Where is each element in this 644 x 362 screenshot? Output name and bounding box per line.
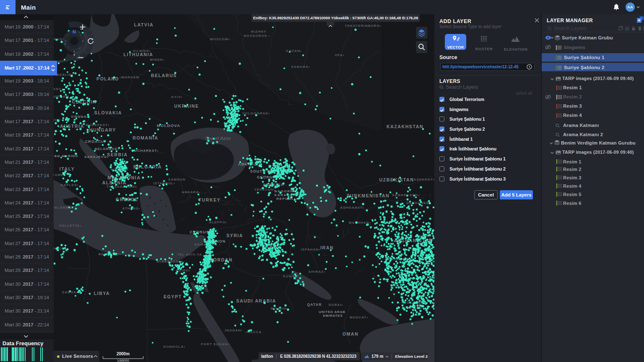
- svg-text:EMIRATES: EMIRATES: [323, 314, 343, 318]
- svg-text:MUSCAT•: MUSCAT•: [350, 315, 368, 319]
- svg-text:ALEPPO•: ALEPPO•: [209, 220, 227, 224]
- svg-text:MOSCOW•: MOSCOW•: [210, 37, 230, 41]
- svg-text:SA: SA: [54, 154, 60, 158]
- svg-text:QATAR: QATAR: [307, 303, 322, 307]
- svg-text:TEL AVIV-YA: TEL AVIV-YA: [177, 253, 202, 256]
- svg-text:SARAJEVO•: SARAJEVO•: [84, 155, 109, 159]
- svg-text:SHIRAZ•: SHIRAZ•: [309, 270, 325, 274]
- svg-text:POLAND: POLAND: [96, 76, 119, 81]
- svg-text:KAZAKHSTAN: KAZAKHSTAN: [387, 124, 423, 129]
- svg-text:SYRIA: SYRIA: [226, 233, 243, 238]
- svg-text:YEREVAN•: YEREVAN•: [254, 188, 275, 191]
- svg-text:BUCHAREST•: BUCHAREST•: [131, 149, 158, 153]
- svg-text:ISTANBUL•: ISTANBUL•: [153, 181, 176, 185]
- svg-text:EGYPT: EGYPT: [164, 294, 182, 299]
- svg-text:LIBYA: LIBYA: [94, 291, 110, 296]
- svg-text:ANKARA•: ANKARA•: [182, 190, 200, 194]
- svg-text:CYPRUS: CYPRUS: [190, 230, 210, 234]
- svg-text:ISFAHAN•: ISFAHAN•: [301, 248, 321, 251]
- svg-text:KYIV•: KYIV•: [171, 95, 183, 99]
- svg-text:ASHGABAT•: ASHGABAT•: [340, 206, 364, 209]
- svg-text:DONGOLA•: DONGOLA•: [164, 345, 186, 349]
- svg-text:PALERMO•: PALERMO•: [54, 206, 74, 209]
- svg-text:ITALY: ITALY: [60, 166, 75, 171]
- svg-text:SERBIA: SERBIA: [107, 152, 127, 157]
- svg-text:IRAN: IRAN: [320, 245, 334, 250]
- svg-text:•WARSAW: •WARSAW: [119, 75, 139, 79]
- svg-text:HUNGARY: HUNGARY: [89, 127, 116, 132]
- svg-text:NAPLES•: NAPLES•: [61, 183, 79, 187]
- svg-text:TURKMENISTAN: TURKMENISTAN: [347, 193, 390, 198]
- svg-text:VALLETTA•: VALLETTA•: [59, 224, 81, 228]
- svg-text:SAMSUN: SAMSUN: [168, 178, 185, 181]
- svg-text:NIZHNY: NIZHNY: [251, 30, 266, 34]
- svg-text:NOVGOROD •: NOVGOROD •: [244, 34, 270, 38]
- svg-text:SAUDI ARABIA: SAUDI ARABIA: [236, 298, 276, 303]
- svg-text:UNITED ARAB: UNITED ARAB: [319, 310, 345, 314]
- svg-text:ROMANIA: ROMANIA: [132, 135, 158, 140]
- svg-text:CROATIA: CROATIA: [85, 140, 106, 144]
- svg-text:UKRAINE: UKRAINE: [174, 103, 199, 109]
- svg-text:UZBEKISTAN: UZBEKISTAN: [379, 177, 414, 182]
- svg-text:UFA•: UFA•: [335, 53, 344, 57]
- svg-text:VIENNA•: VIENNA•: [71, 115, 88, 119]
- svg-text:TURKEY: TURKEY: [199, 197, 221, 202]
- svg-text:SAMARA•: SAMARA•: [291, 65, 310, 69]
- svg-text:OMAN: OMAN: [343, 331, 358, 336]
- svg-text:BELARUS: BELARUS: [151, 73, 177, 78]
- svg-text:KAZAN•: KAZAN•: [286, 49, 301, 53]
- svg-text:DUBAI•: DUBAI•: [329, 303, 343, 307]
- svg-text:BELGRADE•: BELGRADE•: [95, 147, 119, 151]
- svg-text:PORT SUDAN•: PORT SUDAN•: [201, 342, 229, 346]
- svg-text:MINSK•: MINSK•: [150, 58, 164, 62]
- svg-text:SLOVAKIA: SLOVAKIA: [94, 110, 122, 115]
- svg-text:VILNIUS•: VILNIUS•: [132, 49, 151, 53]
- svg-text:JEDDAH•: JEDDAH•: [224, 328, 242, 332]
- svg-text:TASHKENT•: TASHKENT•: [411, 178, 434, 181]
- svg-text:ANY: ANY: [54, 87, 61, 91]
- svg-text:YEKATERINBURG•: YEKATERINBURG•: [345, 24, 381, 28]
- svg-text:LATVIA: LATVIA: [134, 22, 154, 27]
- svg-text:N: N: [73, 29, 76, 34]
